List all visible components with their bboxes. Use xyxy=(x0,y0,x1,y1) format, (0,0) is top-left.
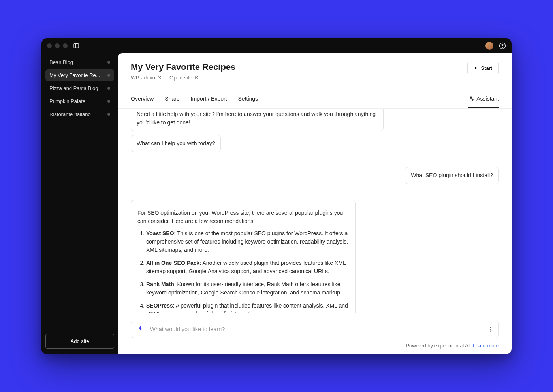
app-window: Bean Blog My Very Favorite Re... Pizza a… xyxy=(41,38,512,354)
avatar[interactable] xyxy=(485,42,493,50)
sidebar-site-label: My Very Favorite Re... xyxy=(49,72,103,78)
sidebar-site-item[interactable]: My Very Favorite Re... xyxy=(45,69,114,81)
list-item: Rank Math: Known for its user-friendly i… xyxy=(146,280,349,297)
plugin-list: Yoast SEO: This is one of the most popul… xyxy=(137,229,349,313)
sidebar-site-label: Ristorante Italiano xyxy=(49,111,103,117)
external-link-icon xyxy=(157,75,162,80)
start-button[interactable]: Start xyxy=(467,62,499,74)
assistant-message: Need a little help with your site? I'm h… xyxy=(131,109,384,131)
help-icon[interactable] xyxy=(499,42,506,49)
status-dot-icon xyxy=(107,74,110,77)
tab-label: Assistant xyxy=(476,96,499,102)
sidebar: Bean Blog My Very Favorite Re... Pizza a… xyxy=(41,53,118,354)
sidebar-site-label: Pizza and Pasta Blog xyxy=(49,85,103,91)
learn-more-link[interactable]: Learn more xyxy=(473,343,499,349)
chat-input-row xyxy=(131,321,499,338)
svg-point-5 xyxy=(490,328,491,329)
start-button-label: Start xyxy=(481,65,492,71)
sidebar-site-item[interactable]: Pumpkin Palate xyxy=(45,96,114,107)
status-dot-icon xyxy=(107,61,110,64)
sparkle-icon xyxy=(468,96,474,101)
sidebar-site-label: Bean Blog xyxy=(49,59,103,65)
page-header: My Very Favorite Recipes WP admin Open s… xyxy=(118,53,512,81)
footer-note: Powered by experimental AI. Learn more xyxy=(118,341,512,354)
message-text: Need a little help with your site? I'm h… xyxy=(137,111,376,126)
more-options-button[interactable] xyxy=(487,326,494,332)
sparkle-icon xyxy=(136,325,145,334)
user-message: What SEO plugin should I install? xyxy=(405,167,499,184)
assistant-message: What can I help you with today? xyxy=(131,135,221,152)
chat-input[interactable] xyxy=(150,326,482,332)
svg-point-6 xyxy=(490,330,491,331)
maximize-window-button[interactable] xyxy=(63,43,68,48)
list-item: Yoast SEO: This is one of the most popul… xyxy=(146,229,349,254)
sidebar-site-item[interactable]: Pizza and Pasta Blog xyxy=(45,83,114,94)
minimize-window-button[interactable] xyxy=(55,43,60,48)
sidebar-toggle-button[interactable] xyxy=(73,43,79,49)
traffic-lights xyxy=(47,43,68,48)
link-label: WP admin xyxy=(131,75,155,81)
status-dot-icon xyxy=(107,87,110,90)
close-window-button[interactable] xyxy=(47,43,52,48)
add-site-button[interactable]: Add site xyxy=(45,334,114,349)
tabs: Overview Share Import / Export Settings … xyxy=(118,92,512,109)
tab-overview[interactable]: Overview xyxy=(131,92,154,108)
titlebar xyxy=(41,38,512,53)
main-panel: My Very Favorite Recipes WP admin Open s… xyxy=(118,53,512,354)
message-text: What can I help you with today? xyxy=(137,140,215,146)
link-label: Open site xyxy=(169,75,192,81)
svg-point-3 xyxy=(502,47,502,47)
wp-admin-link[interactable]: WP admin xyxy=(131,75,162,81)
page-title: My Very Favorite Recipes xyxy=(131,62,235,72)
assistant-message: For SEO optimization on your WordPress s… xyxy=(131,200,356,313)
sidebar-site-item[interactable]: Bean Blog xyxy=(45,56,114,68)
sidebar-site-label: Pumpkin Palate xyxy=(49,98,103,104)
footer-text: Powered by experimental AI. xyxy=(406,343,472,349)
message-text: What SEO plugin should I install? xyxy=(411,172,493,178)
tab-settings[interactable]: Settings xyxy=(238,92,258,108)
list-item: SEOPress: A powerful plugin that include… xyxy=(146,302,349,313)
tab-import-export[interactable]: Import / Export xyxy=(191,92,227,108)
chat-content[interactable]: Need a little help with your site? I'm h… xyxy=(118,109,512,313)
external-link-icon xyxy=(194,75,199,80)
svg-point-4 xyxy=(490,327,491,328)
status-dot-icon xyxy=(107,113,110,116)
open-site-link[interactable]: Open site xyxy=(169,75,199,81)
answer-intro: For SEO optimization on your WordPress s… xyxy=(137,209,349,225)
svg-rect-0 xyxy=(74,43,79,48)
sidebar-site-item[interactable]: Ristorante Italiano xyxy=(45,109,114,120)
tab-assistant[interactable]: Assistant xyxy=(468,92,499,108)
tab-share[interactable]: Share xyxy=(165,92,179,108)
list-item: All in One SEO Pack: Another widely used… xyxy=(146,259,349,276)
status-dot-icon xyxy=(107,100,110,103)
play-icon xyxy=(474,66,478,70)
